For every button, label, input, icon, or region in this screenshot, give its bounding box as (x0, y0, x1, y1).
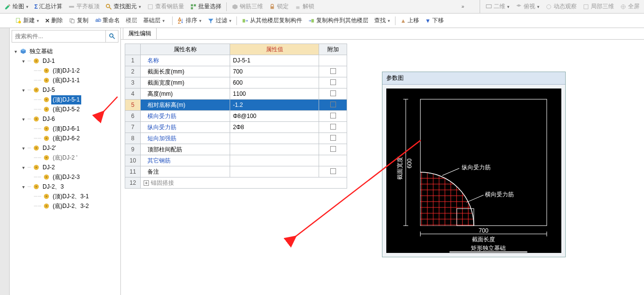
prop-value[interactable]: DJ-5-1 (230, 55, 319, 66)
search-input[interactable] (12, 30, 105, 42)
prop-name[interactable]: 高度(mm) (141, 88, 230, 100)
baselayer-select[interactable]: 基础层▾ (141, 15, 170, 26)
prop-value[interactable]: 1100 (230, 88, 319, 100)
grid-row[interactable]: 5相对底标高(m)-1.2 (125, 100, 347, 111)
tree-leaf[interactable]: ┈┈(底)DJ-2、3-2 (11, 201, 119, 211)
new-button[interactable]: 新建▾ (13, 15, 42, 26)
grid-row[interactable]: 10其它钢筋 (125, 155, 347, 166)
prop-name[interactable]: 截面宽度(mm) (141, 77, 230, 88)
sort-button[interactable]: AZ排序▾ (175, 15, 204, 26)
viewrebar-button[interactable]: 查看钢筋量 (145, 1, 187, 12)
prop-add[interactable] (319, 155, 347, 166)
local3d-button[interactable]: 局部三维 (580, 1, 616, 12)
prop-add[interactable] (319, 111, 347, 122)
prop-add[interactable] (319, 166, 347, 177)
prop-value[interactable]: 700 (230, 66, 319, 77)
checkbox-icon[interactable] (330, 168, 336, 174)
grid-row[interactable]: 7纵向受力筋2Φ8 (125, 122, 347, 133)
tree-node[interactable]: ▾┈DJ-2' (11, 143, 119, 153)
tree-leaf[interactable]: ┈┈(底)DJ-5-2 (11, 104, 119, 114)
tree-leaf[interactable]: ┈┈(底)DJ-2-3 (11, 172, 119, 182)
moveup-button[interactable]: ▲上移 (398, 15, 422, 26)
grid-row[interactable]: 3截面宽度(mm)600 (125, 77, 347, 88)
tree-leaf[interactable]: ┈┈(底)DJ-2 ' (11, 153, 119, 162)
prop-name[interactable]: 截面长度(mm) (141, 66, 230, 77)
leveltop-button[interactable]: 平齐板顶 (66, 1, 102, 12)
search-button[interactable] (105, 30, 118, 42)
prop-name[interactable]: 名称 (141, 55, 230, 66)
grid-row[interactable]: 4高度(mm)1100 (125, 88, 347, 100)
checkbox-icon[interactable] (330, 79, 336, 85)
batchsel-button[interactable]: 批量选择 (188, 1, 224, 12)
tree-node[interactable]: ▾┈DJ-1 (11, 56, 119, 66)
copy-button[interactable]: 复制 (66, 15, 91, 26)
grid-row[interactable]: 2截面长度(mm)700 (125, 66, 347, 77)
prop-add[interactable] (319, 77, 347, 88)
grid-row[interactable]: 9顶部柱间配筋 (125, 144, 347, 155)
prop-value[interactable] (230, 166, 319, 177)
rename-button[interactable]: ab重命名 (92, 15, 122, 26)
prop-add[interactable] (319, 144, 347, 155)
tree-node[interactable]: ▾┈DJ-6 (11, 114, 119, 124)
filter-button[interactable]: 过滤▾ (205, 15, 234, 26)
prop-name[interactable]: 短向加强筋 (141, 133, 230, 144)
prop-add[interactable] (319, 66, 347, 77)
grid-row[interactable]: 1名称DJ-5-1 (125, 55, 347, 66)
prop-add[interactable] (319, 100, 347, 111)
checkbox-icon[interactable] (330, 102, 336, 107)
grid-row[interactable]: 11备注 (125, 166, 347, 177)
checkbox-icon[interactable] (330, 90, 336, 96)
tree-node[interactable]: ▾┈DJ-2 (11, 162, 119, 172)
checkbox-icon[interactable] (330, 124, 336, 130)
component-tree[interactable]: ▾独立基础 ▾┈DJ-1 ┈┈(顶)DJ-1-2 ┈┈(底)DJ-1-1 ▾┈D… (10, 44, 120, 295)
findel-button[interactable]: 查找图元▾ (103, 1, 144, 12)
prop-add[interactable] (319, 55, 347, 66)
prop-add[interactable] (319, 133, 347, 144)
prop-name[interactable]: 横向受力筋 (141, 111, 230, 122)
tree-node[interactable]: ▾┈DJ-2、3 (11, 182, 119, 192)
prop-value[interactable]: Φ8@100 (230, 111, 319, 122)
tree-node[interactable]: ▾┈DJ-5 (11, 85, 119, 95)
grid-row-expand[interactable]: 12+锚固搭接 (125, 177, 347, 189)
tree-leaf-selected[interactable]: ┈┈(顶)DJ-5-1 (11, 95, 119, 104)
checkbox-icon[interactable] (330, 68, 336, 74)
checkbox-icon[interactable] (330, 113, 336, 118)
prop-value[interactable] (230, 155, 319, 166)
prop-value[interactable] (230, 144, 319, 155)
prop-value[interactable] (230, 133, 319, 144)
tree-leaf[interactable]: ┈┈(顶)DJ-6-1 (11, 124, 119, 133)
viewtop-button[interactable]: 俯视▾ (513, 1, 542, 12)
prop-name[interactable]: 顶部柱间配筋 (141, 144, 230, 155)
tree-leaf[interactable]: ┈┈(顶)DJ-1-2 (11, 66, 119, 75)
draw-button[interactable]: 绘图▾ (2, 1, 31, 12)
dynview-button[interactable]: 动态观察 (543, 1, 579, 12)
grid-row[interactable]: 6横向受力筋Φ8@100 (125, 111, 347, 122)
tree-leaf[interactable]: ┈┈(底)DJ-1-1 (11, 75, 119, 85)
prop-add[interactable] (319, 122, 347, 133)
tree-root[interactable]: ▾独立基础 (11, 46, 119, 56)
fullscreen-button[interactable]: 全屏 (617, 1, 642, 12)
prop-anchor[interactable]: +锚固搭接 (141, 177, 347, 189)
view2d-button[interactable]: 二维▾ (483, 1, 512, 12)
unlock-button[interactable]: 解锁 (292, 1, 317, 12)
tree-leaf[interactable]: ┈┈(顶)DJ-2、3-1 (11, 192, 119, 201)
prop-value[interactable]: -1.2 (230, 100, 319, 111)
prop-name[interactable]: 其它钢筋 (141, 155, 230, 166)
prop-name[interactable]: 备注 (141, 166, 230, 177)
prop-value[interactable]: 600 (230, 77, 319, 88)
prop-add[interactable] (319, 88, 347, 100)
copyto-button[interactable]: 复制构件到其他楼层 (306, 15, 371, 26)
prop-name[interactable]: 纵向受力筋 (141, 122, 230, 133)
movedown-button[interactable]: ▼下移 (423, 15, 446, 26)
prop-name[interactable]: 相对底标高(m) (141, 100, 230, 111)
lock-button[interactable]: 锁定 (266, 1, 291, 12)
tab-properties[interactable]: 属性编辑 (123, 28, 157, 39)
delete-button[interactable]: ✕删除 (43, 15, 65, 26)
expand-icon[interactable]: + (144, 180, 149, 186)
sumcalc-button[interactable]: Σ汇总计算 (32, 1, 65, 12)
prop-value[interactable]: 2Φ8 (230, 122, 319, 133)
property-grid[interactable]: 属性名称 属性值 附加 1名称DJ-5-12截面长度(mm)7003截面宽度(m… (125, 44, 347, 189)
toolbar-more-icon[interactable]: » (461, 4, 464, 9)
copyfrom-button[interactable]: 从其他楼层复制构件 (239, 15, 305, 26)
checkbox-icon[interactable] (330, 146, 336, 152)
